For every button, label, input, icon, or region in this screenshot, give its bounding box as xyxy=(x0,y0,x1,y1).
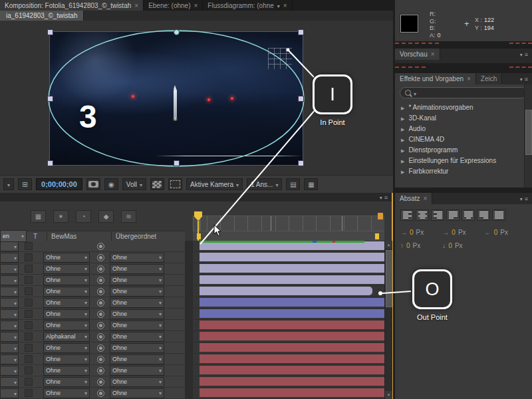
justify-last-center-button[interactable] xyxy=(462,209,475,221)
layer-name-stub[interactable]: en xyxy=(0,230,27,242)
selection-handle[interactable] xyxy=(174,29,180,35)
resolution-dropdown[interactable]: Voll xyxy=(122,178,146,190)
justify-last-right-button[interactable] xyxy=(477,209,490,221)
parent-dropdown[interactable]: Ohne xyxy=(110,298,164,308)
tab-ebene[interactable]: Ebene: (ohne) xyxy=(144,0,203,11)
indent-field[interactable]: → 0 Px xyxy=(442,229,484,236)
scroll-down-icon[interactable]: ▼ xyxy=(385,391,392,399)
panel-menu-icon[interactable]: ≡ xyxy=(520,49,532,60)
layer-bar[interactable] xyxy=(200,343,384,352)
parent-dropdown[interactable]: Ohne xyxy=(110,264,164,274)
close-icon[interactable] xyxy=(194,2,198,9)
layer-mode-stub-dropdown[interactable] xyxy=(0,388,19,398)
layer-mode-stub-dropdown[interactable] xyxy=(0,287,19,297)
layer-bar[interactable] xyxy=(200,309,384,318)
justify-last-left-button[interactable] xyxy=(446,209,460,221)
indent-value[interactable]: 0 xyxy=(494,229,498,236)
layer-bar[interactable] xyxy=(200,354,384,363)
layer-bar[interactable] xyxy=(200,332,384,340)
parent-dropdown[interactable]: Ohne xyxy=(110,309,164,319)
layer-bar[interactable] xyxy=(200,298,384,307)
layer-mode-stub-dropdown[interactable] xyxy=(0,321,19,331)
bewmas-dropdown[interactable]: Ohne xyxy=(43,309,90,319)
layer-bar[interactable] xyxy=(200,321,384,329)
justify-all-button[interactable] xyxy=(492,209,505,221)
effects-category-item[interactable]: Einstellungen für Expressions xyxy=(395,155,532,166)
bewmas-dropdown[interactable]: Ohne xyxy=(43,287,90,297)
column-header-parent[interactable]: Übergeordnet xyxy=(111,231,185,241)
bewmas-dropdown[interactable]: Ohne xyxy=(43,275,90,285)
layer-mode-stub-dropdown[interactable] xyxy=(0,275,19,285)
layer-mode-stub-dropdown[interactable] xyxy=(0,343,19,353)
view-layout-dropdown[interactable]: 1 Ans... xyxy=(247,178,282,190)
layer-switch-cell[interactable] xyxy=(25,355,33,363)
layer-bar[interactable] xyxy=(200,264,384,273)
effects-category-item[interactable]: * Animationsvorgaben xyxy=(395,102,532,112)
parent-dropdown[interactable]: Ohne xyxy=(110,377,164,387)
composition-viewport[interactable]: 3 xyxy=(50,32,303,165)
snapshot-icon[interactable] xyxy=(86,178,100,190)
mask-ellipse[interactable] xyxy=(49,31,304,166)
effects-category-item[interactable]: CINEMA 4D xyxy=(395,134,532,144)
bewmas-dropdown[interactable]: Ohne xyxy=(43,264,90,274)
pickwhip-icon[interactable] xyxy=(97,288,104,295)
close-icon[interactable] xyxy=(424,195,428,202)
selection-handle[interactable] xyxy=(298,160,304,166)
panel-menu-icon[interactable]: ≡ xyxy=(380,194,392,201)
magnification-dropdown[interactable] xyxy=(3,178,14,190)
transparency-grid-icon[interactable] xyxy=(150,178,164,190)
layer-mode-stub-dropdown[interactable] xyxy=(0,298,19,308)
indent-field[interactable]: ↓ 0 Px xyxy=(442,242,484,249)
indent-field[interactable]: ← 0 Px xyxy=(485,229,527,236)
bewmas-dropdown[interactable]: Alphakanal xyxy=(43,332,90,342)
tab-flussdiagramm[interactable]: Flussdiagramm: (ohne xyxy=(203,0,292,11)
tab-absatz[interactable]: Absatz xyxy=(395,193,432,204)
tab-zeichen[interactable]: Zeich xyxy=(476,73,502,84)
pickwhip-icon[interactable] xyxy=(97,356,104,363)
parent-dropdown[interactable]: Ohne xyxy=(110,388,164,398)
column-header-t[interactable]: T xyxy=(33,233,47,240)
effects-category-item[interactable]: 3D-Kanal xyxy=(395,112,532,123)
layer-bar[interactable] xyxy=(200,366,384,374)
selection-handle[interactable] xyxy=(47,160,53,166)
composition-viewer[interactable]: 3 xyxy=(0,21,393,176)
frame-blend-icon[interactable]: ◆ xyxy=(98,210,114,223)
layer-bar[interactable] xyxy=(200,275,384,284)
hide-shy-layers-icon[interactable]: ◔ xyxy=(76,210,91,223)
indent-value[interactable]: 0 xyxy=(406,242,410,249)
column-header-bewmas[interactable]: BewMas xyxy=(47,231,111,241)
pickwhip-icon[interactable] xyxy=(97,322,104,329)
motion-blur-icon[interactable]: ≋ xyxy=(121,210,136,223)
pickwhip-icon[interactable] xyxy=(97,311,104,318)
pixel-aspect-icon[interactable]: ▤ xyxy=(286,178,300,190)
bewmas-dropdown[interactable]: Ohne xyxy=(43,388,90,398)
current-time-display[interactable]: 0;00;00;00 xyxy=(36,178,82,190)
layer-switch-cell[interactable] xyxy=(25,389,33,397)
layer-switch-cell[interactable] xyxy=(25,287,33,295)
layer-switch-cell[interactable] xyxy=(25,366,33,374)
bewmas-dropdown[interactable]: Ohne xyxy=(43,253,90,263)
bewmas-dropdown[interactable]: Ohne xyxy=(43,354,90,364)
selection-handle[interactable] xyxy=(47,29,53,35)
camera-view-dropdown[interactable]: Aktive Kamera xyxy=(186,178,243,190)
layer-bar[interactable] xyxy=(200,377,384,386)
layer-switch-cell[interactable] xyxy=(25,299,33,307)
disclosure-triangle-icon[interactable] xyxy=(401,146,404,154)
parent-dropdown[interactable]: Ohne xyxy=(110,343,164,353)
selection-handle[interactable] xyxy=(298,29,304,35)
layer-switch-cell[interactable] xyxy=(25,242,33,250)
close-icon[interactable] xyxy=(134,2,138,9)
bewmas-dropdown[interactable]: Ohne xyxy=(43,377,90,387)
disclosure-triangle-icon[interactable] xyxy=(401,125,404,132)
effects-category-item[interactable]: Farbkorrektur xyxy=(395,166,532,176)
time-ruler[interactable] xyxy=(193,201,384,231)
composition-mini-flowchart-icon[interactable]: ▦ xyxy=(31,210,46,223)
layer-mode-stub-dropdown[interactable] xyxy=(0,241,19,251)
selection-handle[interactable] xyxy=(174,160,180,166)
layer-mode-stub-dropdown[interactable] xyxy=(0,366,19,376)
align-center-button[interactable] xyxy=(416,209,429,221)
effects-category-item[interactable]: Audio xyxy=(395,123,532,134)
layer-mode-stub-dropdown[interactable] xyxy=(0,377,19,387)
layer-switch-cell[interactable] xyxy=(25,378,33,386)
grid-guides-icon[interactable]: ⊞ xyxy=(18,178,32,190)
